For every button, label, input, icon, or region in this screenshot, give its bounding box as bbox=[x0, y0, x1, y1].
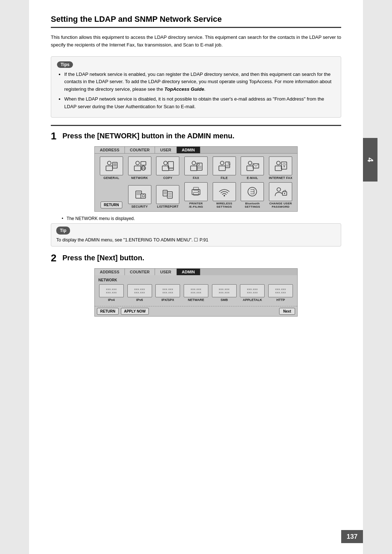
wireless-icon bbox=[217, 186, 231, 197]
step1-title: Press the [NETWORK] button in the ADMIN … bbox=[62, 131, 234, 140]
page-number: 137 bbox=[341, 530, 363, 543]
proto-box-netware: xxx.xxx xxx.xxx bbox=[184, 284, 208, 297]
http-xxx1: xxx.xxx bbox=[275, 288, 286, 291]
label-network: NETWORK bbox=[131, 176, 148, 180]
icon-cell-general: GENERAL bbox=[98, 156, 124, 180]
appletalk-xxx1: xxx.xxx bbox=[247, 288, 258, 291]
proto-cell-smb: xxx.xxx xxx.xxx SMB bbox=[211, 284, 237, 302]
ipv4-xxx1: xxx.xxx bbox=[106, 288, 117, 291]
icon-box-file bbox=[213, 156, 236, 175]
tip-box: Tip To display the ADMIN menu, see "1.EN… bbox=[51, 223, 341, 247]
netware-xxx2: xxx.xxx bbox=[191, 291, 201, 294]
svg-rect-49 bbox=[193, 187, 199, 190]
icon-cell-ifax: INTERNET FAX bbox=[268, 156, 294, 180]
label-security: SECURITY bbox=[131, 205, 148, 208]
label-general: GENERAL bbox=[103, 176, 119, 180]
bluetooth-icon bbox=[245, 186, 259, 197]
proto-label-netware: NETWARE bbox=[188, 298, 204, 302]
return-btn-net[interactable]: RETURN bbox=[97, 308, 119, 315]
ipv6-xxx1: xxx.xxx bbox=[134, 288, 145, 291]
list-report-icon bbox=[161, 189, 175, 200]
net-tab-counter: COUNTER bbox=[125, 269, 155, 275]
svg-rect-33 bbox=[281, 162, 287, 169]
tips-item-1: If the LDAP network service is enabled, … bbox=[64, 71, 335, 93]
net-tab-user: USER bbox=[155, 269, 177, 275]
net-tab-address: ADDRESS bbox=[95, 269, 125, 275]
svg-rect-32 bbox=[275, 166, 282, 171]
icon-box-listreport bbox=[156, 185, 179, 204]
label-email: E-MAIL bbox=[247, 176, 258, 180]
icon-box-printer bbox=[184, 182, 208, 201]
svg-point-34 bbox=[284, 166, 285, 167]
label-ifax: INTERNET FAX bbox=[269, 176, 293, 180]
svg-point-52 bbox=[224, 195, 225, 196]
svg-rect-24 bbox=[219, 166, 225, 171]
svg-rect-1 bbox=[106, 166, 113, 171]
copy-icon bbox=[161, 160, 175, 172]
svg-rect-50 bbox=[193, 192, 199, 195]
svg-point-16 bbox=[192, 161, 196, 165]
svg-point-12 bbox=[164, 161, 167, 165]
proto-label-ipv4: IPv4 bbox=[108, 298, 115, 302]
icon-cell-return: RETURN bbox=[98, 182, 124, 208]
step2-number: 2 bbox=[51, 253, 60, 263]
tab-address-1: ADDRESS bbox=[95, 147, 125, 153]
admin-icons-row2: RETURN SECURITY bbox=[98, 182, 294, 208]
smb-xxx2: xxx.xxx bbox=[219, 291, 230, 294]
svg-point-28 bbox=[248, 161, 252, 165]
icon-box-general bbox=[100, 156, 123, 175]
proto-cell-ipv4: xxx.xxx xxx.xxx IPv4 bbox=[98, 284, 124, 302]
icon-cell-fax: FAX bbox=[183, 156, 209, 180]
return-button[interactable]: RETURN bbox=[101, 201, 122, 208]
network-icon bbox=[133, 160, 147, 172]
apply-now-btn[interactable]: APPLY NOW bbox=[121, 308, 149, 315]
icon-box-email bbox=[241, 156, 264, 175]
svg-point-55 bbox=[277, 188, 281, 191]
proto-cell-ipv6: xxx.xxx xxx.xxx IPv6 bbox=[127, 284, 153, 302]
label-copy: COPY bbox=[163, 176, 172, 180]
proto-cell-ipxspx: xxx.xxx xxx.xxx IPX/SPX bbox=[155, 284, 181, 302]
step1-note: • The NETWORK menu is displayed. bbox=[62, 216, 341, 221]
svg-rect-7 bbox=[134, 166, 141, 171]
svg-point-31 bbox=[277, 161, 280, 165]
step2-title: Press the [Next] button. bbox=[62, 253, 144, 262]
network-screen: ADDRESS COUNTER USER ADMIN NETWORK xxx.x… bbox=[94, 268, 298, 317]
printer-icon bbox=[189, 186, 203, 197]
icon-box-changepass bbox=[269, 182, 292, 201]
svg-point-57 bbox=[284, 193, 285, 194]
icon-box-bluetooth bbox=[241, 182, 264, 201]
icon-cell-email: E-MAIL bbox=[240, 156, 266, 180]
label-fax: FAX bbox=[193, 176, 199, 180]
icon-box-network bbox=[128, 156, 151, 175]
proto-box-http: xxx.xxx xxx.xxx bbox=[268, 284, 293, 297]
proto-label-appletalk: APPLETALK bbox=[243, 298, 262, 302]
svg-rect-19 bbox=[197, 164, 200, 165]
label-bluetooth: BluetoothSETTINGS bbox=[245, 202, 260, 208]
label-wireless: WIRELESSSETTINGS bbox=[216, 202, 232, 208]
svg-rect-40 bbox=[163, 190, 167, 196]
svg-rect-25 bbox=[225, 162, 230, 168]
page-container: 4 Setting the LDAP and SNMP Network Serv… bbox=[29, 0, 363, 554]
admin-menu-screen: ADDRESS COUNTER USER ADMIN bbox=[94, 146, 298, 212]
net-bottom-bar: RETURN APPLY NOW Next bbox=[95, 306, 297, 316]
svg-point-6 bbox=[136, 161, 139, 165]
side-tab: 4 bbox=[363, 138, 377, 182]
http-xxx2: xxx.xxx bbox=[275, 291, 286, 294]
label-printer: PRINTER/E-FILING bbox=[189, 202, 203, 208]
tips-box: Tips If the LDAP network service is enab… bbox=[51, 56, 341, 118]
ipv4-xxx2: xxx.xxx bbox=[106, 291, 117, 294]
internet-fax-icon bbox=[274, 160, 287, 172]
appletalk-xxx2: xxx.xxx bbox=[247, 291, 258, 294]
tip-text: To display the ADMIN menu, see "1.ENTERI… bbox=[56, 237, 208, 243]
label-listreport: LIST/REPORT bbox=[157, 205, 179, 208]
svg-point-23 bbox=[220, 161, 224, 165]
section-title: Setting the LDAP and SNMP Network Servic… bbox=[51, 15, 341, 28]
icon-cell-security: SECURITY bbox=[127, 185, 153, 208]
svg-point-0 bbox=[107, 161, 111, 165]
net-screen-body: NETWORK xxx.xxx xxx.xxx IPv4 xxx.xxx xxx… bbox=[95, 275, 297, 306]
next-btn[interactable]: Next bbox=[279, 308, 295, 315]
fax-icon bbox=[189, 160, 203, 172]
proto-label-ipxspx: IPX/SPX bbox=[162, 298, 174, 302]
icon-cell-bluetooth: BluetoothSETTINGS bbox=[240, 182, 266, 208]
ipxspx-xxx1: xxx.xxx bbox=[162, 288, 173, 291]
